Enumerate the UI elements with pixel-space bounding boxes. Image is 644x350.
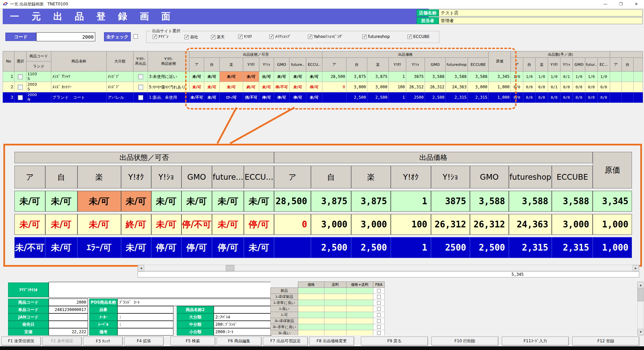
- condition-value-cell[interactable]: [298, 318, 324, 324]
- right-field-value[interactable]: [214, 306, 272, 313]
- condition-value-cell[interactable]: [324, 330, 346, 335]
- site-checkbox-item[interactable]: 楽天: [211, 34, 225, 40]
- left-field-value[interactable]: 22,222: [49, 328, 88, 336]
- condition-value-cell[interactable]: [324, 312, 346, 318]
- fba-checkbox[interactable]: [377, 307, 381, 311]
- scrollbar-thumb[interactable]: [226, 265, 234, 271]
- checkbox-checked-icon[interactable]: [269, 35, 274, 39]
- left-field-value[interactable]: [49, 313, 88, 321]
- function-key-7[interactable]: F7 出品可否設定: [263, 337, 308, 346]
- row-select-cell[interactable]: [14, 92, 26, 103]
- scroll-left-icon[interactable]: ◀: [138, 265, 144, 271]
- function-key-4[interactable]: F4 拡張: [124, 337, 164, 346]
- fba-cell[interactable]: [373, 288, 385, 294]
- function-key-6[interactable]: F6 商品編集: [217, 337, 262, 346]
- row-select-cell[interactable]: [14, 72, 26, 82]
- right-field-value[interactable]: 2000:ｺｰﾄ: [214, 328, 272, 336]
- fba-checkbox[interactable]: [377, 301, 381, 305]
- checkbox-checked-icon[interactable]: [211, 35, 215, 39]
- mid-field-value[interactable]: :: [117, 313, 173, 321]
- function-key-8[interactable]: F8 出品価格変更: [309, 337, 354, 346]
- relist-cell[interactable]: [133, 82, 148, 92]
- manager-field[interactable]: 管理者: [439, 17, 643, 24]
- code-input[interactable]: 2000: [36, 32, 95, 41]
- relist-checkbox[interactable]: [138, 74, 143, 79]
- site-checkbox-item[interactable]: ｱﾏｿﾞﾝ: [153, 34, 168, 39]
- table-row[interactable]: 11103Sﾒﾝｽﾞ Tｼｬﾂﾒﾝｽﾞﾌﾞ3:未使用に近い未/可未/可未/可未/…: [3, 72, 643, 82]
- left-field-value[interactable]: [49, 321, 88, 328]
- relist-checkbox[interactable]: [138, 95, 143, 100]
- site-checkbox-item[interactable]: futureshop: [362, 34, 390, 39]
- close-button[interactable]: ✕: [629, 0, 644, 8]
- condition-value-cell[interactable]: [346, 312, 373, 318]
- condition-value-cell[interactable]: [324, 318, 346, 324]
- condition-value-cell[interactable]: [346, 330, 373, 335]
- fba-cell[interactable]: [373, 324, 385, 330]
- right-field-value[interactable]: 2:ｱﾊﾟﾚﾙ: [214, 313, 272, 321]
- condition-value-cell[interactable]: [346, 306, 373, 312]
- fba-checkbox[interactable]: [377, 289, 381, 293]
- fba-cell[interactable]: [373, 312, 385, 318]
- maximize-button[interactable]: ❐: [613, 0, 629, 8]
- scroll-down-icon[interactable]: ▼: [638, 329, 644, 335]
- condition-value-cell[interactable]: [298, 312, 324, 318]
- left-field-value[interactable]: 2481230000017: [49, 306, 88, 313]
- fba-cell[interactable]: [373, 306, 385, 312]
- fba-checkbox[interactable]: [377, 325, 381, 329]
- mid-field-value[interactable]: [117, 328, 173, 336]
- site-checkbox-item[interactable]: ECCUBE: [408, 34, 430, 39]
- fba-cell[interactable]: [373, 330, 385, 335]
- site-checkbox-item[interactable]: 自社: [184, 34, 198, 40]
- condition-value-cell[interactable]: [298, 288, 324, 294]
- condition-value-cell[interactable]: [324, 306, 346, 312]
- store-name-field[interactable]: テスト店: [439, 9, 643, 16]
- checkbox-checked-icon[interactable]: [308, 35, 312, 39]
- all-check-checkbox[interactable]: [133, 34, 138, 39]
- checkbox-checked-icon[interactable]: [238, 35, 243, 39]
- function-key-3[interactable]: F3 ﾁｪｯｸ: [83, 337, 123, 346]
- relist-cell[interactable]: [133, 92, 148, 103]
- fba-cell[interactable]: [373, 318, 385, 324]
- listing-grid[interactable]: No選択商品コードランク商品名称大分類Y!ｵｸ-再出品Y!ｵｸ-商品状態出品状態…: [3, 51, 643, 103]
- scroll-up-icon[interactable]: ▲: [638, 282, 644, 288]
- function-key-11[interactable]: F11ｺｰﾄﾞ入力: [502, 337, 569, 346]
- function-key-10[interactable]: F10 行削除: [431, 337, 498, 346]
- fba-cell[interactable]: [373, 300, 385, 306]
- grid-horizontal-scrollbar[interactable]: ◀ ▶: [138, 265, 639, 271]
- condition-value-cell[interactable]: [298, 306, 324, 312]
- fba-cell[interactable]: [373, 294, 385, 300]
- row-select-checkbox[interactable]: [18, 85, 23, 90]
- condition-value-cell[interactable]: [324, 294, 346, 300]
- table-row[interactable]: 32000Nブランド コートアパレル1:新品、未使用未/不可未/可ｴﾗｰ/可消/…: [3, 92, 643, 103]
- condition-value-cell[interactable]: [346, 288, 373, 294]
- mid-field-value[interactable]: [117, 306, 173, 313]
- table-row[interactable]: 22003Sﾒﾝｽﾞ ｶｯﾄｿｰﾒﾝｽﾞﾌﾞ5:やや傷や汚れあり未/可未/可未/…: [3, 82, 643, 92]
- condition-value-cell[interactable]: [346, 318, 373, 324]
- function-key-5[interactable]: F5 検索: [170, 337, 215, 346]
- amazon-title-field[interactable]: [49, 282, 272, 298]
- row-select-checkbox[interactable]: [18, 95, 23, 100]
- condition-value-cell[interactable]: [298, 300, 324, 306]
- fba-checkbox[interactable]: [377, 313, 381, 317]
- checkbox-checked-icon[interactable]: [408, 35, 412, 39]
- row-select-cell[interactable]: [14, 82, 26, 92]
- row-select-checkbox[interactable]: [18, 74, 23, 79]
- condition-value-cell[interactable]: [298, 330, 324, 335]
- minimize-button[interactable]: —: [598, 0, 613, 8]
- right-field-value[interactable]: 200:ﾌﾞﾗﾝﾄﾞ: [214, 321, 272, 328]
- mid-field-value[interactable]: :: [117, 321, 173, 328]
- fba-checkbox[interactable]: [377, 295, 381, 299]
- fba-checkbox[interactable]: [377, 331, 381, 335]
- checkbox-checked-icon[interactable]: [153, 35, 157, 39]
- function-key-9[interactable]: F9 戻る: [361, 337, 428, 346]
- condition-value-cell[interactable]: [298, 324, 324, 330]
- mid-field-value[interactable]: ﾌﾞﾗﾝﾄﾞ ｺｰﾄ: [117, 299, 272, 306]
- site-checkbox-item[interactable]: ﾒｲｸｼｮｯﾌﾟ: [269, 34, 291, 39]
- checkbox-checked-icon[interactable]: [362, 35, 367, 39]
- function-key-12[interactable]: F12 登録: [572, 337, 639, 346]
- site-checkbox-item[interactable]: Yahoo!ｼｮｯﾋﾟﾝｸﾞ: [308, 34, 343, 39]
- scrollbar-thumb[interactable]: [638, 288, 644, 301]
- scroll-right-icon[interactable]: ▶: [633, 265, 639, 271]
- condition-value-cell[interactable]: [324, 324, 346, 330]
- all-check-button[interactable]: 全チェック: [104, 32, 131, 41]
